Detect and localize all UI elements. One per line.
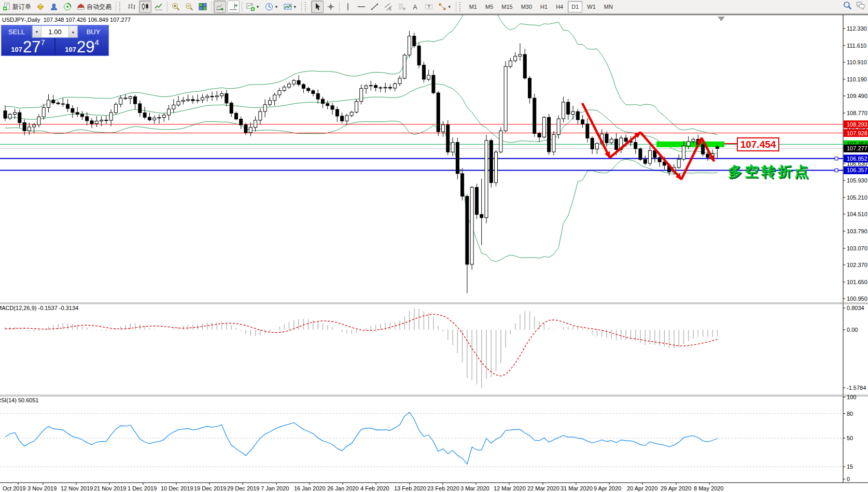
crosshair-button[interactable] <box>325 1 337 13</box>
timeframe-m15-button[interactable]: M15 <box>498 1 516 12</box>
timeframe-mn-button[interactable]: MN <box>600 1 617 12</box>
community-button[interactable] <box>48 1 60 13</box>
timeframe-h4-button[interactable]: H4 <box>552 1 567 12</box>
chevron-down-icon[interactable]: ▼ <box>293 5 297 9</box>
candle-body <box>326 104 329 106</box>
text-icon: A <box>411 3 419 11</box>
search-icon[interactable] <box>843 1 852 12</box>
vertical-line-button[interactable] <box>342 1 354 13</box>
cursor-button[interactable] <box>311 1 324 13</box>
fibonacci-button[interactable]: F <box>396 1 408 13</box>
vertical-line-icon <box>344 3 352 11</box>
toolbar-grip[interactable] <box>305 2 309 11</box>
zoom-in-button[interactable] <box>170 1 182 13</box>
metaeditor-button[interactable] <box>34 1 47 13</box>
trendline-button[interactable] <box>369 1 381 13</box>
candle-body <box>249 128 252 133</box>
hline-handle[interactable] <box>835 157 838 160</box>
macd-signal-line <box>5 314 717 376</box>
hline-handle[interactable] <box>835 169 838 172</box>
chevron-down-icon[interactable]: ▼ <box>274 5 278 9</box>
fibonacci-icon: F <box>398 3 406 11</box>
resistance-zone-rect[interactable] <box>656 142 724 147</box>
price-tick-label: 111.610 <box>847 43 866 49</box>
toolbar-grip[interactable] <box>119 2 123 11</box>
macd-pane[interactable]: 0.80340.00-1.5784MACD(12,26,9) -0.1537 -… <box>0 305 866 391</box>
chart-window[interactable]: 112.330111.610110.910110.190109.490108.7… <box>0 15 868 492</box>
candle-body <box>162 115 165 118</box>
candlestick-chart-button[interactable] <box>139 1 151 13</box>
rsi-tick-label: 50 <box>847 435 853 441</box>
horizontal-line-button[interactable] <box>355 1 368 13</box>
chinese-annotation[interactable]: 多空转折点 <box>728 162 811 181</box>
candle-body <box>542 117 545 137</box>
community-icon <box>50 3 58 11</box>
candle-body <box>528 78 531 98</box>
chevron-down-icon[interactable]: ▼ <box>256 5 260 9</box>
candle-body <box>105 120 108 121</box>
volume-decrease-button[interactable]: ▼ <box>33 26 41 37</box>
candle-body <box>519 54 522 56</box>
sell-price[interactable]: 107 27 7 <box>2 38 54 55</box>
rsi-pane[interactable]: 1008050150RSI(14) 50.6051 <box>0 394 856 482</box>
new-chart-button[interactable]: ▼ <box>244 1 262 13</box>
equidistant-channel-button[interactable]: E <box>382 1 395 13</box>
candle-body <box>225 94 228 103</box>
candle-body <box>605 134 608 143</box>
templates-button[interactable]: ▼ <box>282 1 299 13</box>
candle-body <box>360 89 363 102</box>
candle-body <box>66 104 69 108</box>
candle-body <box>456 143 459 174</box>
candle-body <box>562 102 565 119</box>
date-axis[interactable]: Oct 20193 Nov 201912 Nov 201921 Nov 2019… <box>3 483 723 491</box>
sell-button[interactable]: SELL <box>2 25 32 38</box>
line-chart-button[interactable] <box>152 1 165 13</box>
autotrading-button[interactable]: 自动交易 <box>75 1 114 13</box>
profiles-button[interactable]: ▼ <box>263 1 281 13</box>
date-tick-label: 31 Mar 2020 <box>561 485 593 491</box>
candle-body <box>649 150 652 163</box>
zoom-out-icon <box>185 3 193 11</box>
candle-body <box>658 158 661 162</box>
trend-arrow[interactable] <box>640 132 681 179</box>
candle-body <box>278 91 281 95</box>
candle-body <box>624 138 627 142</box>
new-order-button[interactable]: 新订单 <box>1 1 33 13</box>
horizontal-line-icon <box>357 3 366 11</box>
toolbar-grip[interactable] <box>459 2 463 11</box>
signals-button[interactable] <box>61 1 74 13</box>
buy-button[interactable]: BUY <box>78 25 108 38</box>
buy-price-big: 29 <box>77 39 94 55</box>
auto-scroll-button[interactable] <box>214 1 226 13</box>
chat-icon[interactable] <box>856 1 865 12</box>
one-click-trading-panel: SELL ▼ 1.00 ▲ BUY 107 27 7 107 29 4 <box>1 25 109 56</box>
timeframe-w1-button[interactable]: W1 <box>583 1 599 12</box>
candle-body <box>509 61 512 66</box>
toolbar-group: 新订单自动交易 <box>0 0 114 14</box>
chart-shift-marker[interactable] <box>718 17 725 21</box>
toolbar-group <box>169 0 209 14</box>
text-label-button[interactable]: T <box>423 1 435 13</box>
volume-increase-button[interactable]: ▲ <box>68 26 77 37</box>
chart-shift-button[interactable] <box>227 1 240 13</box>
bar-chart-button[interactable] <box>125 1 138 13</box>
timeframe-d1-button[interactable]: D1 <box>568 1 582 12</box>
toolbar-group: EFAT▼ <box>341 0 454 14</box>
tile-windows-button[interactable] <box>197 1 209 13</box>
text-button[interactable]: A <box>409 1 422 13</box>
buy-price[interactable]: 107 29 4 <box>55 38 108 55</box>
chart-symbol-title: USDJPY-,Daily 107.348 107.426 106.849 10… <box>2 17 131 23</box>
chart-canvas[interactable]: 112.330111.610110.910110.190109.490108.7… <box>0 15 868 492</box>
timeframe-h1-button[interactable]: H1 <box>537 1 551 12</box>
timeframe-m30-button[interactable]: M30 <box>517 1 536 12</box>
candle-body <box>42 107 45 117</box>
timeframe-m1-button[interactable]: M1 <box>466 1 481 12</box>
volume-input[interactable]: 1.00 <box>41 28 68 36</box>
svg-text:T: T <box>427 4 430 9</box>
candle-body <box>292 80 296 84</box>
arrows-button[interactable]: ▼ <box>436 1 454 13</box>
timeframe-m5-button[interactable]: M5 <box>482 1 497 12</box>
zoom-out-button[interactable] <box>183 1 195 13</box>
chevron-down-icon[interactable]: ▼ <box>447 5 452 9</box>
price-annotation-box[interactable]: 107.454 <box>737 137 779 151</box>
